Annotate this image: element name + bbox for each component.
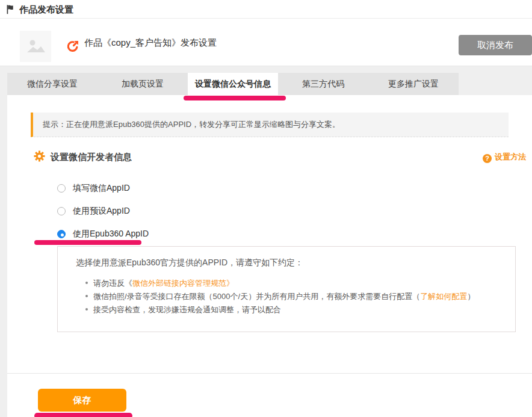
radio-label: 填写微信AppID	[73, 183, 130, 194]
gear-icon	[34, 150, 45, 162]
highlight-underline-active-tab	[184, 96, 286, 100]
agreement-text: ）	[467, 292, 475, 301]
radio-icon-unchecked	[57, 184, 66, 193]
radio-label: 使用Epub360 AppID	[73, 229, 149, 239]
how-to-configure-link[interactable]: 了解如何配置	[420, 292, 467, 301]
agreement-item: 接受内容检查，发现涉嫌违规会通知调整，请予以配合	[85, 303, 475, 317]
tab-third-party-code[interactable]: 第三方代码	[278, 73, 368, 95]
flag-icon	[5, 4, 16, 14]
radio-label: 使用预设AppID	[73, 206, 130, 217]
publish-header: 作品《copy_客户告知》发布设置 取消发布	[0, 19, 532, 66]
tab-wechat-share[interactable]: 微信分享设置	[7, 73, 97, 95]
radio-preset-appid[interactable]: 使用预设AppID	[57, 205, 130, 217]
bullet-icon	[85, 308, 88, 310]
radio-fill-wechat-appid[interactable]: 填写微信AppID	[57, 182, 130, 194]
page-title-bar: 作品发布设置	[0, 0, 532, 19]
agreement-text: 接受内容检查，发现涉嫌违规会通知调整，请予以配合	[93, 305, 281, 314]
publish-settings-page: 作品发布设置 作品《copy_客户告知》发布设置 取消发布 微信分享设置 加载页…	[0, 0, 532, 417]
tab-wechat-official-account[interactable]: 设置微信公众号信息	[188, 73, 278, 95]
agreement-list: 请勿违反《微信外部链接内容管理规范》 微信拍照/录音等受接口存在限额（5000个…	[85, 277, 475, 317]
settings-tabstrip: 微信分享设置 加载页设置 设置微信公众号信息 第三方代码 更多推广设置	[7, 73, 459, 95]
agreement-item: 微信拍照/录音等受接口存在限额（5000个/天）并为所有用户共用，有额外要求需要…	[85, 290, 475, 303]
agreement-text: 请勿违反《	[93, 279, 132, 288]
page-title: 作品发布设置	[19, 0, 73, 19]
save-button[interactable]: 保存	[38, 389, 126, 412]
work-thumbnail	[20, 31, 51, 62]
radio-icon-checked	[57, 230, 66, 238]
radio-icon-unchecked	[57, 207, 66, 215]
image-placeholder-icon	[20, 31, 51, 62]
tab-more-promotion[interactable]: 更多推广设置	[368, 73, 459, 95]
bullet-icon	[85, 282, 88, 284]
wechat-link-rules-link[interactable]: 微信外部链接内容管理规范》	[132, 279, 234, 288]
work-publish-title: 作品《copy_客户告知》发布设置	[84, 19, 217, 66]
agreement-text: 微信拍照/录音等受接口存在限额（5000个/天）并为所有用户共用，有额外要求需要…	[93, 292, 420, 301]
setup-help-label: 设置方法	[495, 152, 526, 161]
tab-loading-page[interactable]: 加载页设置	[97, 73, 188, 95]
highlight-underline-epub360-radio	[34, 240, 141, 245]
agreement-title: 选择使用意派Epub360官方提供的APPID，请遵守如下约定：	[76, 258, 303, 268]
cancel-publish-button[interactable]: 取消发布	[459, 35, 532, 55]
highlight-underline-save-button	[34, 413, 132, 417]
appid-notice-bar: 提示：正在使用意派Epub360提供的APPID，转发分享可正常显示缩略图与分享…	[31, 113, 509, 137]
agreement-item: 请勿违反《微信外部链接内容管理规范》	[85, 277, 475, 290]
section-title-wechat-developer-info: 设置微信开发者信息	[51, 152, 132, 163]
radio-epub360-appid[interactable]: 使用Epub360 AppID	[57, 228, 149, 240]
share-icon	[66, 40, 79, 53]
bullet-icon	[85, 295, 88, 297]
question-icon: ?	[483, 154, 492, 163]
appid-agreement-box: 选择使用意派Epub360官方提供的APPID，请遵守如下约定： 请勿违反《微信…	[57, 246, 516, 332]
setup-help-link[interactable]: ?设置方法	[483, 152, 526, 162]
